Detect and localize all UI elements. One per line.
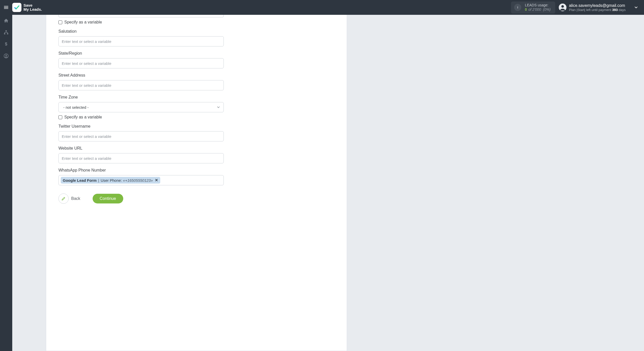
label-website-url: Website URL <box>58 146 335 151</box>
svg-rect-6 <box>7 33 8 34</box>
chevron-down-icon <box>216 105 220 109</box>
sitemap-icon <box>4 30 9 35</box>
input-twitter-username[interactable] <box>58 131 224 141</box>
hamburger-icon <box>3 5 9 10</box>
field-state-region: State/Region <box>58 51 335 68</box>
checkbox-label: Specify as a variable <box>64 115 102 119</box>
sidebar: $ <box>0 15 12 351</box>
avatar <box>559 4 566 11</box>
back-button[interactable]: Back <box>58 193 80 204</box>
dollar-icon: $ <box>4 42 9 47</box>
select-time-zone[interactable]: - not selected - <box>58 102 224 112</box>
sidebar-item-billing[interactable]: $ <box>0 38 12 50</box>
label-twitter-username: Twitter Username <box>58 124 335 129</box>
svg-rect-5 <box>4 33 5 34</box>
clipped-select[interactable] <box>58 15 224 17</box>
chevron-down-icon <box>634 5 638 10</box>
usage-values: 0 of 2'000 (0%) <box>525 7 551 12</box>
input-website-url[interactable] <box>58 153 224 163</box>
tag-value: «+16505550123» <box>123 178 153 183</box>
specify-variable-checkbox-1[interactable]: Specify as a variable <box>58 20 335 25</box>
menu-button[interactable] <box>0 0 12 15</box>
label-time-zone: Time Zone <box>58 95 335 100</box>
input-salutation[interactable] <box>58 36 224 46</box>
sidebar-item-connections[interactable] <box>0 27 12 38</box>
check-icon <box>14 4 20 10</box>
user-text: alice.savemyleads@gmail.com Plan |Start|… <box>569 3 626 12</box>
field-street-address: Street Address <box>58 73 335 90</box>
svg-rect-1 <box>517 7 518 8</box>
label-whatsapp-phone: WhatsApp Phone Number <box>58 168 335 173</box>
user-menu[interactable]: alice.savemyleads@gmail.com Plan |Start|… <box>559 3 642 12</box>
home-icon <box>4 18 9 23</box>
continue-button[interactable]: Continue <box>93 194 123 203</box>
tag-field: User Phone: <box>101 178 122 183</box>
svg-point-0 <box>517 6 518 7</box>
user-email: alice.savemyleads@gmail.com <box>569 3 626 8</box>
field-time-zone: Time Zone - not selected - Specify as a … <box>58 95 335 119</box>
tag-source: Google Lead Form <box>63 178 97 183</box>
sidebar-item-home[interactable] <box>0 15 12 27</box>
tag-remove-icon[interactable]: ✕ <box>155 178 158 183</box>
user-icon <box>559 4 566 11</box>
checkbox-icon <box>58 115 62 119</box>
button-row: Back Continue <box>58 193 335 204</box>
form-card: Specify as a variable Salutation State/R… <box>46 15 347 351</box>
usage-label: LEADS usage: <box>525 3 551 8</box>
label-state-region: State/Region <box>58 51 335 56</box>
usage-widget[interactable]: LEADS usage: 0 of 2'000 (0%) <box>511 2 555 14</box>
svg-point-3 <box>561 5 564 8</box>
label-street-address: Street Address <box>58 73 335 78</box>
brand-text: Save My Leads. <box>23 3 42 11</box>
label-salutation: Salutation <box>58 29 335 34</box>
field-twitter-username: Twitter Username <box>58 124 335 141</box>
plan-text: Plan |Start| left until payment 393 days <box>569 8 626 12</box>
checkbox-label: Specify as a variable <box>64 20 102 25</box>
checkbox-icon <box>58 20 62 24</box>
pencil-icon <box>58 193 69 204</box>
input-whatsapp-phone[interactable]: Google Lead Form | User Phone: «+1650555… <box>58 175 224 185</box>
svg-rect-4 <box>6 30 7 31</box>
brand-badge <box>12 3 21 12</box>
main-area: Specify as a variable Salutation State/R… <box>12 15 644 351</box>
brand-logo[interactable]: Save My Leads. <box>12 3 42 12</box>
sidebar-item-account[interactable] <box>0 50 12 62</box>
info-icon <box>514 4 521 11</box>
field-whatsapp-phone: WhatsApp Phone Number Google Lead Form |… <box>58 168 335 185</box>
field-salutation: Salutation <box>58 29 335 46</box>
input-street-address[interactable] <box>58 80 224 90</box>
specify-variable-checkbox-2[interactable]: Specify as a variable <box>58 115 335 119</box>
field-website-url: Website URL <box>58 146 335 163</box>
input-state-region[interactable] <box>58 58 224 68</box>
app-header: Save My Leads. LEADS usage: 0 of 2'000 (… <box>0 0 644 15</box>
svg-text:$: $ <box>5 42 7 46</box>
variable-tag[interactable]: Google Lead Form | User Phone: «+1650555… <box>61 177 160 184</box>
select-value: - not selected - <box>62 105 89 110</box>
user-circle-icon <box>4 53 9 58</box>
usage-text: LEADS usage: 0 of 2'000 (0%) <box>525 3 551 12</box>
svg-point-9 <box>6 55 7 56</box>
back-label: Back <box>71 196 80 201</box>
